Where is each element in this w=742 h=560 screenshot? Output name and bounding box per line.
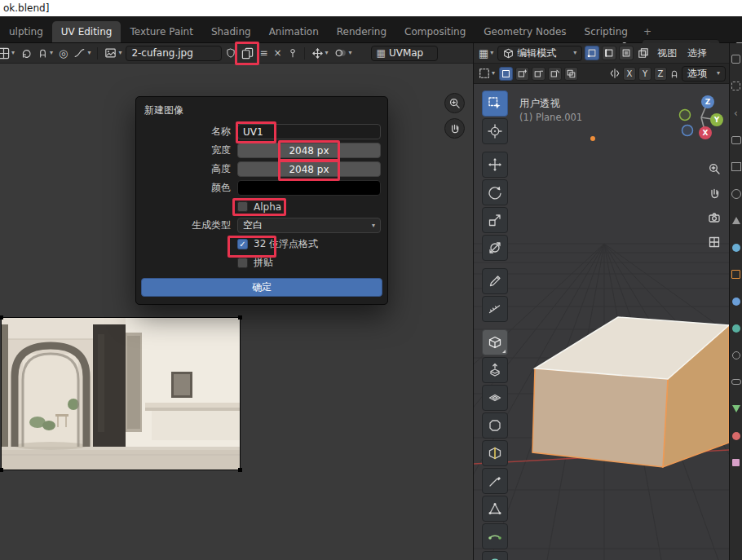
tab-texture-paint[interactable]: Texture Paint (121, 21, 201, 42)
select-menu[interactable]: 选择 (683, 45, 711, 62)
properties-tab-view-layer[interactable] (730, 180, 742, 207)
overlays-button[interactable]: ▾ (333, 46, 354, 60)
viewport-pan-button[interactable] (708, 187, 721, 200)
properties-tab-object[interactable] (730, 261, 742, 288)
tiled-checkbox[interactable] (237, 258, 248, 268)
properties-tab-object-data[interactable] (730, 395, 742, 422)
falloff-button[interactable]: ▾ (72, 46, 92, 60)
select-mode-subtract-button[interactable] (532, 67, 545, 81)
tool-annotate[interactable] (482, 268, 508, 294)
collapse-arrow[interactable]: ‹ (730, 99, 742, 126)
snap-small-icon[interactable] (669, 68, 679, 79)
tool-transform[interactable] (482, 235, 508, 261)
face-select-button[interactable] (619, 46, 634, 60)
navigation-gizmo[interactable]: Z Y X (677, 94, 726, 143)
image-name-field[interactable]: 2-cufang.jpg (126, 46, 222, 61)
ok-button[interactable]: 确定 (141, 278, 382, 297)
width-input[interactable]: 2048 px (237, 143, 381, 158)
mirror-y-button[interactable]: Y (638, 67, 651, 81)
tab-geometry-nodes[interactable]: Geometry Nodes (475, 21, 575, 42)
view3d-editor: ▦ ▾ 编辑模式 ▾ 视图 选择 (473, 43, 729, 560)
fake-user-button[interactable] (224, 46, 237, 60)
tool-spin[interactable] (482, 523, 508, 549)
uvmap-field[interactable]: ▦ UVMap (371, 46, 438, 61)
view-menu[interactable]: 视图 (653, 45, 681, 62)
gizmos-button[interactable]: ▾ (310, 46, 330, 60)
tool-extrude[interactable] (482, 357, 508, 383)
uv-reference-image[interactable] (1, 317, 241, 470)
properties-tab-world[interactable] (730, 234, 742, 261)
tab-compositing[interactable]: Compositing (395, 21, 475, 42)
tool-measure[interactable] (482, 296, 508, 322)
topbar: ulpting UV Editing Texture Paint Shading… (0, 16, 742, 43)
properties-tab-render[interactable] (730, 126, 742, 153)
generated-type-dropdown[interactable]: 空白 ▾ (237, 218, 381, 233)
browse-image-button[interactable]: ▾ (103, 46, 123, 60)
new-image-button[interactable] (240, 46, 255, 60)
edge-select-button[interactable] (602, 46, 616, 60)
tool-scale[interactable] (482, 207, 508, 233)
tool-move[interactable] (482, 152, 508, 178)
properties-tab-texture[interactable] (730, 449, 742, 476)
properties-tab-material[interactable] (730, 422, 742, 449)
edge-mode-icon (604, 48, 614, 58)
tab-shading[interactable]: Shading (202, 21, 260, 42)
properties-tab-tool[interactable] (730, 73, 742, 99)
viewport-canvas[interactable]: 用户透视 (1) Plane.001 (474, 84, 729, 560)
snap-button[interactable]: ▾ (36, 46, 55, 60)
smooth-sphere-icon (488, 557, 502, 560)
properties-tab-search[interactable] (730, 46, 742, 73)
pin-image-button[interactable] (286, 46, 299, 60)
uv-zoom-button[interactable] (444, 93, 465, 113)
select-mode-invert-button[interactable] (548, 67, 562, 81)
viewport-zoom-button[interactable] (708, 162, 721, 175)
xray-toggle-button[interactable] (636, 46, 651, 60)
tab-sculpting[interactable]: ulpting (0, 21, 52, 42)
tool-bevel[interactable] (482, 412, 508, 439)
tool-knife[interactable] (482, 468, 508, 494)
gizmo-neg-y (680, 110, 691, 121)
height-input[interactable]: 2048 px (237, 161, 381, 177)
tab-uv-editing[interactable]: UV Editing (52, 21, 121, 42)
select-mode-intersect-button[interactable] (564, 67, 578, 81)
active-tool-dropdown[interactable]: ▾ (477, 67, 497, 80)
float-checkbox[interactable]: ✓ (237, 239, 248, 249)
image-menu-button[interactable]: ≡ (258, 46, 269, 60)
pivot-point-button[interactable] (19, 46, 33, 60)
select-mode-extend-button[interactable] (515, 67, 529, 81)
color-swatch[interactable] (237, 180, 381, 196)
editor-type-button[interactable]: ▾ (0, 46, 16, 60)
tab-animation[interactable]: Animation (260, 21, 328, 42)
viewport-camera-button[interactable] (708, 211, 721, 224)
tool-cursor[interactable] (482, 118, 508, 144)
select-mode-set-button[interactable] (499, 67, 513, 81)
select-box-tool-icon (479, 68, 490, 79)
unlink-image-button[interactable]: × (272, 46, 283, 60)
tab-rendering[interactable]: Rendering (328, 21, 395, 42)
mirror-x-button[interactable]: X (623, 67, 636, 81)
tool-rotate[interactable] (482, 179, 508, 205)
tool-smooth[interactable] (482, 551, 508, 560)
options-dropdown[interactable]: 选项 ▾ (682, 66, 726, 82)
mode-dropdown[interactable]: 编辑模式 ▾ (497, 46, 582, 61)
properties-tab-physics[interactable] (730, 342, 742, 368)
width-row: 宽度 2048 px (136, 141, 387, 160)
vertex-select-button[interactable] (585, 46, 599, 60)
properties-tab-scene[interactable] (730, 207, 742, 234)
tool-poly-build[interactable] (482, 496, 508, 522)
alpha-checkbox[interactable] (237, 201, 248, 212)
mirror-z-button[interactable]: Z (654, 67, 667, 81)
properties-tab-particles[interactable] (730, 315, 742, 342)
properties-tab-constraints[interactable] (730, 368, 742, 395)
editor-type-button[interactable]: ▦ ▾ (477, 46, 495, 60)
properties-tab-modifiers[interactable] (730, 288, 742, 315)
tool-select-box[interactable] (482, 90, 508, 117)
tool-loop-cut[interactable] (482, 440, 508, 466)
tool-add-cube[interactable] (482, 329, 508, 355)
name-input[interactable]: UV1 (237, 124, 381, 139)
tool-inset-faces[interactable] (482, 385, 508, 411)
proportional-editing-button[interactable]: ◎ (57, 46, 69, 60)
uv-pan-button[interactable] (444, 118, 465, 139)
properties-tab-output[interactable] (730, 153, 742, 180)
viewport-ortho-button[interactable] (708, 236, 721, 249)
